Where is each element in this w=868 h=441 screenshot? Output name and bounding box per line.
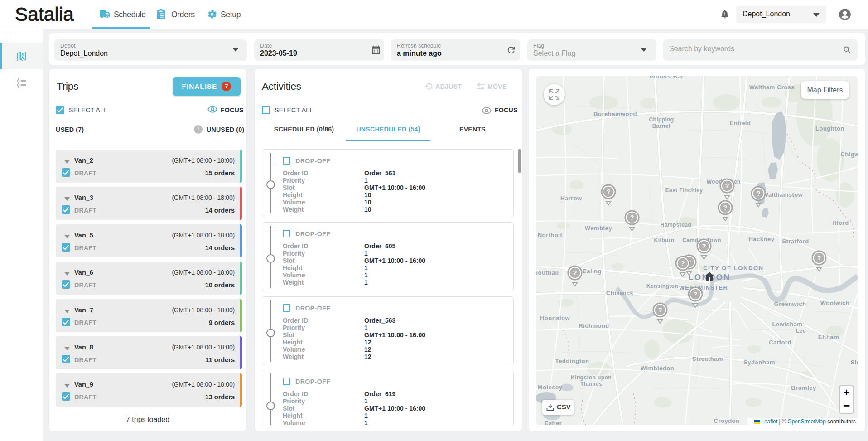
svg-text:Woolwich: Woolwich bbox=[820, 300, 849, 306]
svg-text:Hampstead: Hampstead bbox=[661, 222, 691, 228]
svg-text:?: ? bbox=[702, 242, 706, 250]
svg-text:Teddington: Teddington bbox=[555, 358, 589, 364]
svg-text:Chiswick: Chiswick bbox=[606, 290, 634, 296]
svg-text:Sic: Sic bbox=[850, 359, 858, 366]
svg-text:Thames: Thames bbox=[580, 381, 602, 387]
svg-text:?: ? bbox=[573, 269, 577, 276]
svg-text:Kingston upon: Kingston upon bbox=[571, 374, 612, 381]
svg-text:Wimbledon: Wimbledon bbox=[641, 365, 674, 372]
svg-text:Northolt: Northolt bbox=[538, 232, 563, 238]
svg-text:Barnet: Barnet bbox=[652, 123, 670, 129]
svg-text:Chipping: Chipping bbox=[649, 116, 674, 123]
svg-text:?: ? bbox=[723, 204, 728, 211]
svg-text:Hackney: Hackney bbox=[749, 236, 775, 242]
svg-text:Chigwell: Chigwell bbox=[840, 151, 858, 158]
svg-text:?: ? bbox=[658, 306, 662, 314]
svg-text:Southall: Southall bbox=[536, 269, 559, 276]
svg-text:Ealing: Ealing bbox=[583, 268, 602, 275]
svg-text:Harrow: Harrow bbox=[560, 195, 582, 202]
svg-text:Catford: Catford bbox=[769, 339, 791, 346]
svg-text:Hounslow: Hounslow bbox=[540, 315, 570, 321]
svg-text:Ilford: Ilford bbox=[833, 219, 849, 226]
svg-text:Esher: Esher bbox=[545, 420, 562, 425]
svg-text:?: ? bbox=[607, 188, 611, 195]
svg-text:WESTMINSTER: WESTMINSTER bbox=[679, 285, 728, 291]
svg-text:Lee: Lee bbox=[796, 328, 806, 334]
svg-text:Lewisham: Lewisham bbox=[772, 321, 803, 328]
svg-text:?: ? bbox=[817, 254, 821, 262]
svg-text:Bromley: Bromley bbox=[791, 384, 816, 391]
svg-text:CITY OF LONDON: CITY OF LONDON bbox=[703, 265, 763, 271]
svg-text:Potters Bar: Potters Bar bbox=[649, 76, 684, 80]
svg-text:Waltham Cross: Waltham Cross bbox=[749, 84, 795, 91]
svg-text:Streatham: Streatham bbox=[692, 355, 723, 362]
svg-text:Croydon: Croydon bbox=[714, 417, 740, 424]
svg-text:Enfield: Enfield bbox=[730, 120, 751, 126]
svg-text:Sydenham: Sydenham bbox=[743, 359, 775, 366]
svg-text:Borehamwood: Borehamwood bbox=[593, 111, 637, 117]
svg-text:Molesey: Molesey bbox=[538, 384, 563, 391]
svg-text:Walthamstow: Walthamstow bbox=[763, 191, 803, 198]
svg-text:?: ? bbox=[694, 291, 698, 298]
svg-text:?: ? bbox=[681, 260, 685, 267]
svg-text:East Finchley: East Finchley bbox=[665, 187, 703, 194]
svg-text:Greenwich: Greenwich bbox=[774, 300, 806, 307]
svg-text:Kilburn: Kilburn bbox=[654, 237, 675, 243]
svg-text:Loughton: Loughton bbox=[815, 125, 844, 132]
svg-text:Richmond: Richmond bbox=[579, 322, 609, 329]
svg-text:?: ? bbox=[725, 182, 729, 189]
svg-text:Stratford: Stratford bbox=[782, 238, 809, 245]
svg-text:?: ? bbox=[757, 190, 761, 197]
svg-text:Eltham: Eltham bbox=[818, 334, 839, 340]
svg-text:?: ? bbox=[630, 214, 634, 221]
svg-text:Wembley: Wembley bbox=[585, 225, 612, 232]
svg-text:Kensington: Kensington bbox=[646, 283, 678, 289]
